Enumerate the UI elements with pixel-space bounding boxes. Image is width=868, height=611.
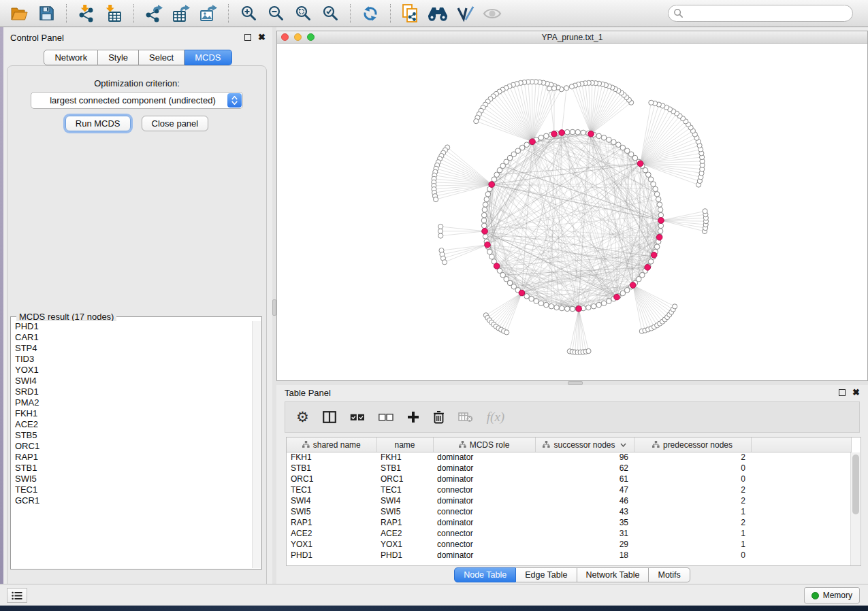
- network-node[interactable]: [653, 186, 658, 192]
- clear-table-button[interactable]: [458, 406, 473, 429]
- delete-column-button[interactable]: [433, 406, 445, 429]
- mcds-result-item[interactable]: ORC1: [11, 441, 251, 452]
- mcds-result-item[interactable]: RAP1: [11, 452, 251, 463]
- mcds-hub-node[interactable]: [551, 131, 558, 137]
- mcds-hub-node[interactable]: [576, 306, 582, 312]
- zoom-out-button[interactable]: [262, 2, 289, 25]
- network-node[interactable]: [596, 302, 602, 308]
- deselect-all-rows-button[interactable]: [379, 406, 393, 429]
- network-node[interactable]: [494, 172, 500, 178]
- mcds-hub-node[interactable]: [614, 294, 620, 300]
- network-node[interactable]: [484, 197, 489, 202]
- network-node[interactable]: [487, 249, 493, 254]
- close-panel-icon[interactable]: ✖: [258, 34, 266, 41]
- network-node[interactable]: [539, 301, 544, 306]
- network-node[interactable]: [703, 209, 707, 214]
- network-node[interactable]: [544, 302, 549, 308]
- network-node[interactable]: [616, 142, 622, 148]
- column-header-successor-nodes[interactable]: successor nodes: [535, 437, 634, 452]
- column-header-name[interactable]: name: [376, 437, 433, 452]
- memory-button[interactable]: Memory: [804, 587, 860, 604]
- close-panel-icon[interactable]: ✖: [852, 389, 860, 396]
- network-node[interactable]: [485, 192, 491, 197]
- mcds-result-item[interactable]: SWI5: [11, 474, 251, 484]
- network-node[interactable]: [438, 224, 443, 229]
- mcds-result-item[interactable]: SWI4: [11, 376, 251, 386]
- mcds-result-item[interactable]: STP4: [11, 343, 251, 354]
- mcds-hub-node[interactable]: [519, 290, 525, 296]
- network-node[interactable]: [570, 129, 575, 135]
- network-node[interactable]: [569, 84, 574, 89]
- network-node[interactable]: [658, 212, 664, 218]
- network-node[interactable]: [581, 130, 586, 135]
- network-node[interactable]: [649, 100, 654, 105]
- column-visibility-button[interactable]: [323, 406, 336, 429]
- table-row[interactable]: STB1STB1dominator620: [287, 463, 851, 474]
- tab-motifs[interactable]: Motifs: [649, 567, 690, 582]
- network-node[interactable]: [474, 119, 479, 124]
- table-settings-button[interactable]: ⚙: [296, 406, 309, 429]
- refresh-button[interactable]: [357, 2, 384, 25]
- column-header-predecessor-nodes[interactable]: predecessor nodes: [634, 437, 751, 452]
- mcds-result-item[interactable]: PHD1: [11, 321, 251, 332]
- network-node[interactable]: [482, 208, 487, 213]
- network-node[interactable]: [611, 139, 617, 145]
- zoom-in-button[interactable]: [235, 2, 262, 25]
- table-row[interactable]: SWI4SWI4dominator462: [287, 495, 851, 506]
- column-header-shared-name[interactable]: shared name: [287, 437, 376, 452]
- network-node[interactable]: [489, 254, 495, 260]
- mcds-result-item[interactable]: ACE2: [11, 419, 251, 430]
- mcds-hub-node[interactable]: [489, 182, 495, 188]
- float-panel-icon[interactable]: [839, 389, 846, 396]
- network-node[interactable]: [554, 305, 560, 310]
- tab-network-table[interactable]: Network Table: [577, 567, 649, 582]
- save-session-button[interactable]: [33, 2, 60, 25]
- network-node[interactable]: [534, 299, 539, 304]
- mcds-result-item[interactable]: STB1: [11, 463, 251, 474]
- show-graphics-details-button[interactable]: [479, 2, 506, 25]
- mcds-hub-node[interactable]: [485, 242, 491, 248]
- mcds-hub-node[interactable]: [658, 218, 664, 224]
- tab-node-table[interactable]: Node Table: [454, 567, 516, 582]
- mcds-hub-node[interactable]: [656, 235, 662, 241]
- network-node[interactable]: [492, 177, 497, 182]
- table-row[interactable]: ORC1ORC1dominator610: [287, 474, 851, 484]
- import-table-button[interactable]: [100, 2, 127, 25]
- network-node[interactable]: [504, 330, 509, 335]
- network-node[interactable]: [586, 348, 591, 353]
- network-node[interactable]: [607, 137, 612, 143]
- first-neighbors-button[interactable]: [424, 2, 451, 25]
- table-row[interactable]: TEC1TEC1connector472: [287, 484, 851, 495]
- network-node[interactable]: [654, 244, 660, 250]
- mcds-result-item[interactable]: SRD1: [11, 386, 251, 397]
- network-node[interactable]: [657, 202, 662, 208]
- network-node[interactable]: [481, 218, 487, 223]
- mcds-result-item[interactable]: CAR1: [11, 332, 251, 343]
- network-node[interactable]: [549, 303, 554, 309]
- close-panel-button[interactable]: Close panel: [142, 116, 209, 131]
- network-node[interactable]: [564, 306, 570, 312]
- mcds-hub-node[interactable]: [482, 229, 488, 235]
- network-node[interactable]: [656, 197, 661, 202]
- mcds-hub-node[interactable]: [494, 263, 500, 269]
- mcds-hub-node[interactable]: [637, 161, 643, 167]
- mcds-hub-node[interactable]: [559, 130, 565, 136]
- network-node[interactable]: [551, 86, 556, 90]
- network-node[interactable]: [438, 233, 443, 238]
- mcds-result-item[interactable]: STB5: [11, 430, 251, 441]
- network-node[interactable]: [544, 133, 549, 139]
- scrollbar-thumb[interactable]: [852, 455, 859, 514]
- network-node[interactable]: [596, 133, 602, 139]
- network-node[interactable]: [673, 304, 677, 309]
- run-mcds-button[interactable]: Run MCDS: [65, 116, 131, 131]
- mcds-list-scrollbar[interactable]: [252, 321, 261, 568]
- tab-select[interactable]: Select: [139, 50, 184, 65]
- zoom-fit-button[interactable]: [289, 2, 317, 25]
- function-builder-button[interactable]: f(x): [487, 406, 504, 429]
- tab-edge-table[interactable]: Edge Table: [516, 567, 577, 582]
- network-node[interactable]: [481, 212, 487, 218]
- network-node[interactable]: [658, 223, 664, 229]
- tab-mcds[interactable]: MCDS: [184, 50, 231, 65]
- network-node[interactable]: [575, 129, 581, 135]
- table-row[interactable]: ACE2ACE2connector311: [287, 528, 851, 539]
